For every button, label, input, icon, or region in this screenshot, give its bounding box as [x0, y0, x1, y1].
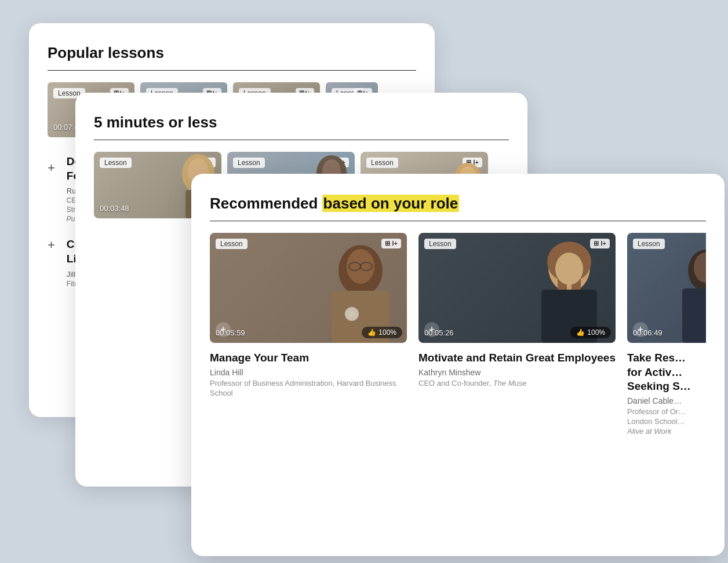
rec-plus-1[interactable]: +	[216, 322, 231, 337]
rec-card-1: Lesson ⊞ I+ 00:05:59	[210, 233, 407, 437]
role-pre-2: CEO and Co-founder,	[418, 379, 493, 387]
rec-info-3: Take Res…for Activ…Seeking S… Daniel Cab…	[627, 351, 706, 437]
mid-badge-1: Lesson	[100, 158, 132, 168]
rec-badge-1: Lesson	[216, 239, 247, 249]
mid-badge-3: Lesson	[366, 158, 398, 168]
rec-badge-3: Lesson	[633, 239, 665, 249]
rec-person-3	[668, 239, 706, 343]
rec-name-2: Kathryn Minshew	[418, 368, 616, 377]
svg-rect-34	[682, 288, 706, 343]
mid-time-1: 00:03:48	[100, 204, 129, 213]
rec-title-2: Motivate and Retain Great Employees	[418, 351, 616, 365]
rec-role-1: Professor of Business Administration, Ha…	[210, 379, 407, 399]
front-section-title: Recommended based on your role	[210, 195, 706, 213]
rec-info-2: Motivate and Retain Great Employees Kath…	[418, 351, 616, 389]
role-em-2: The Muse	[493, 379, 527, 387]
mid-divider	[94, 140, 509, 140]
rec-role-2: CEO and Co-founder, The Muse	[418, 379, 616, 389]
rec-thumbs-1: 👍 100%	[362, 327, 402, 338]
mid-section-title: 5 minutes or less	[94, 114, 509, 131]
rec-thumbs-2: 👍 100%	[570, 327, 611, 338]
rec-card-2: Lesson ⊞ I+ 00:05:26 +	[418, 233, 616, 437]
rec-title-1: Manage Your Team	[210, 351, 407, 365]
rec-role-3: Professor of Or…London School…Alive at W…	[627, 407, 706, 437]
rec-thumb-2: Lesson ⊞ I+ 00:05:26 +	[418, 233, 616, 343]
rec-name-3: Daniel Cable…	[627, 396, 706, 405]
recommended-row: Lesson ⊞ I+ 00:05:59	[210, 233, 706, 437]
rec-info-1: Manage Your Team Linda Hill Professor of…	[210, 351, 407, 398]
rec-name-1: Linda Hill	[210, 368, 407, 377]
svg-point-25	[349, 311, 355, 317]
rec-plus-2[interactable]: +	[424, 322, 439, 337]
rec-title-3: Take Res…for Activ…Seeking S…	[627, 351, 706, 394]
back-section-title: Popular lessons	[48, 44, 416, 62]
rec-plus-3[interactable]: +	[633, 322, 648, 337]
front-divider	[210, 221, 706, 221]
rec-card-3: Lesson 00:06:49 + Take Res…for Activ…See…	[627, 233, 706, 437]
mid-badge-2: Lesson	[233, 158, 265, 168]
rec-thumb-1: Lesson ⊞ I+ 00:05:59	[210, 233, 407, 343]
back-plus-2[interactable]: +	[48, 237, 55, 253]
back-divider	[48, 70, 416, 71]
title-highlight: based on your role	[322, 195, 460, 212]
back-plus-1[interactable]: +	[48, 160, 55, 224]
front-card: Recommended based on your role Lesson ⊞ …	[191, 174, 725, 556]
rec-badge-2: Lesson	[424, 239, 456, 249]
rec-thumb-3: Lesson 00:06:49 +	[627, 233, 706, 343]
title-part1: Recommended	[210, 195, 322, 212]
svg-point-30	[555, 253, 583, 285]
